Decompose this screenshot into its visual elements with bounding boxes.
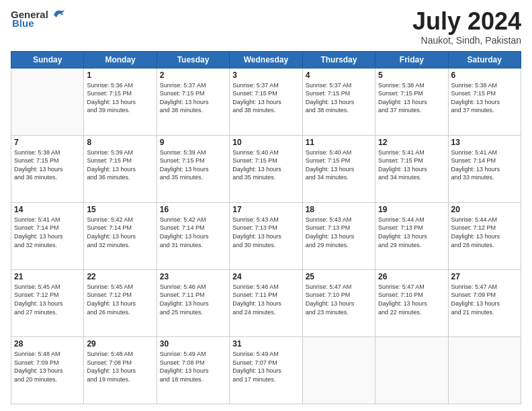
day-number: 8: [87, 138, 153, 147]
calendar-week-row: 7Sunrise: 5:38 AMSunset: 7:15 PMDaylight…: [11, 135, 521, 202]
cell-info: Sunrise: 5:39 AMSunset: 7:15 PMDaylight:…: [87, 148, 153, 182]
table-row: 11Sunrise: 5:40 AMSunset: 7:15 PMDayligh…: [302, 135, 375, 202]
table-row: 21Sunrise: 5:45 AMSunset: 7:12 PMDayligh…: [11, 269, 84, 336]
sunset-text: Sunset: 7:12 PM: [87, 291, 132, 298]
day-number: 20: [451, 205, 518, 214]
sunset-text: Sunset: 7:09 PM: [14, 359, 59, 366]
cell-info: Sunrise: 5:49 AMSunset: 7:07 PMDaylight:…: [232, 350, 299, 383]
sunrise-text: Sunrise: 5:40 AM: [232, 149, 279, 156]
sunrise-text: Sunrise: 5:37 AM: [232, 82, 279, 89]
table-row: 30Sunrise: 5:49 AMSunset: 7:08 PMDayligh…: [157, 336, 229, 404]
calendar-week-row: 28Sunrise: 5:48 AMSunset: 7:09 PMDayligh…: [11, 336, 521, 404]
logo-bird-icon: [51, 8, 66, 20]
table-row: 2Sunrise: 5:37 AMSunset: 7:15 PMDaylight…: [157, 68, 229, 135]
daylight-minutes-text: and 35 minutes.: [160, 174, 203, 181]
table-row: 19Sunrise: 5:44 AMSunset: 7:13 PMDayligh…: [375, 202, 448, 269]
table-row: [375, 336, 448, 404]
cell-info: Sunrise: 5:38 AMSunset: 7:15 PMDaylight:…: [14, 148, 81, 182]
daylight-minutes-text: and 18 minutes.: [160, 376, 203, 383]
table-row: 5Sunrise: 5:38 AMSunset: 7:15 PMDaylight…: [375, 68, 448, 135]
cell-info: Sunrise: 5:37 AMSunset: 7:15 PMDaylight:…: [232, 81, 299, 115]
daylight-text: Daylight: 13 hours: [14, 233, 63, 240]
daylight-text: Daylight: 13 hours: [378, 99, 427, 105]
sunrise-text: Sunrise: 5:47 AM: [306, 283, 352, 290]
sunset-text: Sunset: 7:12 PM: [14, 291, 59, 298]
cell-info: Sunrise: 5:42 AMSunset: 7:14 PMDaylight:…: [87, 216, 153, 249]
sunset-text: Sunset: 7:15 PM: [232, 90, 277, 97]
day-number: 11: [306, 138, 372, 147]
daylight-text: Daylight: 13 hours: [160, 99, 209, 105]
sunset-text: Sunset: 7:11 PM: [160, 291, 205, 298]
cell-info: Sunrise: 5:44 AMSunset: 7:12 PMDaylight:…: [451, 216, 518, 249]
sunrise-text: Sunrise: 5:39 AM: [87, 149, 133, 156]
sunrise-text: Sunrise: 5:38 AM: [14, 149, 60, 156]
daylight-text: Daylight: 13 hours: [232, 99, 281, 105]
logo-blue-text: Blue: [12, 17, 34, 29]
cell-info: Sunrise: 5:40 AMSunset: 7:15 PMDaylight:…: [232, 148, 299, 182]
day-number: 5: [378, 71, 445, 80]
daylight-text: Daylight: 13 hours: [306, 99, 355, 105]
sunrise-text: Sunrise: 5:41 AM: [378, 149, 425, 156]
daylight-text: Daylight: 13 hours: [160, 233, 209, 240]
header-sunday: Sunday: [11, 51, 84, 68]
daylight-text: Daylight: 13 hours: [87, 166, 136, 173]
sunrise-text: Sunrise: 5:47 AM: [378, 283, 425, 290]
daylight-text: Daylight: 13 hours: [378, 300, 427, 307]
day-number: 19: [378, 205, 445, 214]
table-row: [11, 68, 84, 135]
sunrise-text: Sunrise: 5:39 AM: [160, 149, 206, 156]
cell-info: Sunrise: 5:45 AMSunset: 7:12 PMDaylight:…: [14, 283, 81, 316]
daylight-minutes-text: and 24 minutes.: [232, 309, 275, 316]
day-number: 12: [378, 138, 445, 147]
sunrise-text: Sunrise: 5:47 AM: [451, 283, 498, 290]
table-row: 10Sunrise: 5:40 AMSunset: 7:15 PMDayligh…: [230, 135, 302, 202]
day-number: 28: [14, 339, 81, 349]
daylight-text: Daylight: 13 hours: [378, 233, 427, 240]
day-number: 6: [451, 71, 518, 80]
sunset-text: Sunset: 7:14 PM: [451, 157, 496, 164]
daylight-text: Daylight: 13 hours: [87, 300, 136, 307]
table-row: 26Sunrise: 5:47 AMSunset: 7:10 PMDayligh…: [375, 269, 448, 336]
daylight-text: Daylight: 13 hours: [232, 300, 281, 307]
sunset-text: Sunset: 7:13 PM: [378, 224, 423, 231]
sunset-text: Sunset: 7:08 PM: [160, 359, 205, 366]
daylight-text: Daylight: 13 hours: [451, 166, 500, 173]
sunset-text: Sunset: 7:15 PM: [87, 157, 132, 164]
sunset-text: Sunset: 7:13 PM: [306, 224, 351, 231]
sunset-text: Sunset: 7:15 PM: [160, 157, 205, 164]
daylight-minutes-text: and 38 minutes.: [232, 107, 275, 113]
sunrise-text: Sunrise: 5:41 AM: [14, 216, 60, 223]
sunset-text: Sunset: 7:11 PM: [232, 291, 277, 298]
daylight-minutes-text: and 17 minutes.: [232, 376, 275, 383]
cell-info: Sunrise: 5:37 AMSunset: 7:15 PMDaylight:…: [306, 81, 372, 115]
cell-info: Sunrise: 5:37 AMSunset: 7:15 PMDaylight:…: [160, 81, 226, 115]
daylight-text: Daylight: 13 hours: [306, 233, 355, 240]
sunset-text: Sunset: 7:07 PM: [232, 359, 277, 366]
daylight-text: Daylight: 13 hours: [14, 300, 63, 307]
sunset-text: Sunset: 7:12 PM: [451, 224, 496, 231]
cell-info: Sunrise: 5:39 AMSunset: 7:15 PMDaylight:…: [160, 148, 226, 182]
daylight-minutes-text: and 36 minutes.: [87, 174, 130, 181]
cell-info: Sunrise: 5:43 AMSunset: 7:13 PMDaylight:…: [306, 216, 372, 249]
sunset-text: Sunset: 7:15 PM: [306, 157, 351, 164]
table-row: 8Sunrise: 5:39 AMSunset: 7:15 PMDaylight…: [84, 135, 157, 202]
daylight-minutes-text: and 38 minutes.: [160, 107, 203, 113]
sunrise-text: Sunrise: 5:42 AM: [160, 216, 206, 223]
sunrise-text: Sunrise: 5:48 AM: [87, 351, 133, 357]
daylight-text: Daylight: 13 hours: [306, 300, 355, 307]
table-row: 20Sunrise: 5:44 AMSunset: 7:12 PMDayligh…: [448, 202, 521, 269]
cell-info: Sunrise: 5:47 AMSunset: 7:10 PMDaylight:…: [306, 283, 372, 316]
cell-info: Sunrise: 5:38 AMSunset: 7:15 PMDaylight:…: [451, 81, 518, 115]
cell-info: Sunrise: 5:49 AMSunset: 7:08 PMDaylight:…: [160, 350, 226, 383]
sunset-text: Sunset: 7:15 PM: [451, 90, 496, 97]
sunrise-text: Sunrise: 5:45 AM: [87, 283, 133, 290]
table-row: 18Sunrise: 5:43 AMSunset: 7:13 PMDayligh…: [302, 202, 375, 269]
daylight-minutes-text: and 22 minutes.: [378, 309, 421, 316]
table-row: 12Sunrise: 5:41 AMSunset: 7:15 PMDayligh…: [375, 135, 448, 202]
sunrise-text: Sunrise: 5:48 AM: [14, 351, 60, 357]
daylight-text: Daylight: 13 hours: [87, 367, 136, 374]
cell-info: Sunrise: 5:48 AMSunset: 7:09 PMDaylight:…: [14, 350, 81, 383]
location-subtitle: Naukot, Sindh, Pakistan: [412, 35, 521, 46]
daylight-minutes-text: and 27 minutes.: [14, 309, 57, 316]
daylight-text: Daylight: 13 hours: [160, 300, 209, 307]
